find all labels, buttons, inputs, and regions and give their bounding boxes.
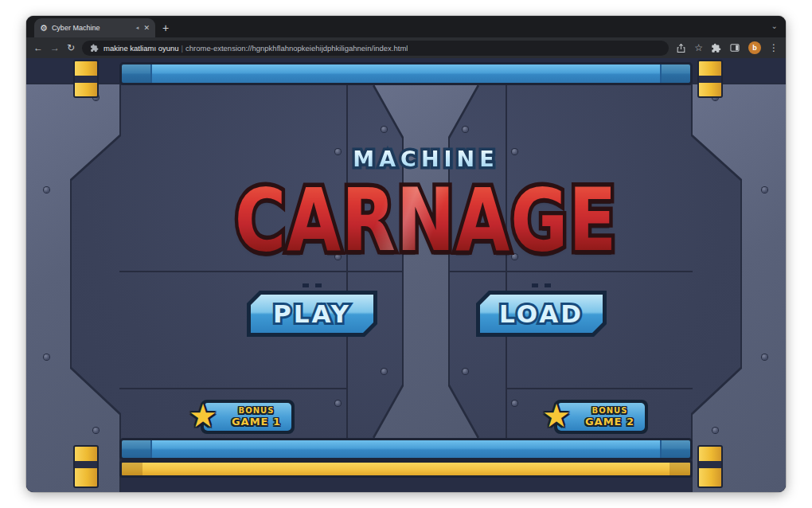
bookmark-star-icon[interactable]: ☆ [694, 43, 703, 53]
screw-icon [463, 369, 468, 374]
button-notch [532, 283, 538, 287]
url-separator: | [179, 44, 185, 53]
screw-icon [93, 428, 99, 433]
game-subtitle-text: MACHINE [353, 148, 498, 170]
gear-favicon-icon: ⚙ [40, 24, 48, 33]
right-frame-plate [693, 84, 786, 492]
metal-frame [26, 58, 786, 492]
extensions-puzzle-icon[interactable] [711, 43, 721, 53]
bonus-1-line2: GAME 1 [232, 416, 281, 428]
browser-window: ⚙ Cyber Machine ◄ ✕ + ⌄ ← → ↻ makine kat… [26, 16, 786, 492]
yellow-piston [697, 445, 723, 488]
game-title-sheen: CARNAGE [235, 178, 618, 264]
tab-strip: ⚙ Cyber Machine ◄ ✕ + ⌄ [26, 16, 786, 37]
panel-seam [119, 388, 346, 389]
side-panel-icon[interactable] [729, 42, 740, 53]
back-icon[interactable]: ← [33, 43, 43, 53]
star-icon: ★ [189, 397, 217, 434]
url-bar[interactable]: makine katliamı oyunu|chrome-extension:/… [82, 41, 669, 56]
screw-icon [512, 401, 517, 406]
screw-icon [712, 428, 718, 433]
tab-title: Cyber Machine [52, 24, 131, 32]
screw-icon [762, 187, 767, 193]
tab-cyber-machine[interactable]: ⚙ Cyber Machine ◄ ✕ [34, 18, 155, 37]
left-frame-plate [26, 84, 119, 492]
share-icon[interactable] [676, 43, 686, 53]
button-notch [315, 283, 322, 287]
new-tab-button[interactable]: + [162, 22, 169, 33]
yellow-piston [697, 60, 723, 98]
star-icon: ★ [542, 397, 571, 434]
game-canvas: MACHINE MACHINE CARNAGE CARNAGE CARNAGE … [26, 58, 786, 492]
yellow-piston [73, 445, 99, 488]
profile-avatar[interactable]: b [748, 41, 761, 54]
url-path: chrome-extension://hgnpkhflahnopkeiehijd… [185, 44, 408, 53]
button-notch [303, 283, 309, 287]
panel-seam [119, 271, 404, 272]
extension-icon [90, 44, 99, 53]
tab-arrow-icon: ◄ [135, 25, 140, 30]
game-subtitle: MACHINE MACHINE [66, 148, 786, 170]
button-notch [545, 283, 551, 287]
bottom-blue-beam [119, 438, 693, 460]
screw-icon [44, 354, 49, 360]
panel-seam [506, 388, 693, 389]
play-button[interactable]: PLAY PLAY [247, 291, 377, 337]
load-button[interactable]: LOAD LOAD [476, 291, 607, 337]
panel-seam [448, 271, 693, 272]
forward-icon[interactable]: → [50, 43, 60, 53]
game-title: CARNAGE CARNAGE CARNAGE [109, 178, 743, 264]
screw-icon [762, 354, 767, 360]
bonus-1-line1: BONUS [239, 406, 275, 415]
bottom-yellow-beam [119, 460, 693, 478]
reload-icon[interactable]: ↻ [67, 43, 75, 53]
bonus-2-line2: GAME 2 [585, 416, 634, 428]
bonus-game-1-button[interactable]: ★ BONUS GAME 1 [201, 400, 295, 434]
url-site-name: makine katliamı oyunu [103, 44, 179, 53]
screw-icon [381, 369, 387, 374]
browser-toolbar: ← → ↻ makine katliamı oyunu|chrome-exten… [26, 37, 786, 58]
menu-kebab-icon[interactable]: ⋮ [769, 43, 779, 53]
bonus-game-2-button[interactable]: ★ BONUS GAME 2 [554, 400, 648, 434]
screw-icon [463, 127, 468, 132]
yellow-piston [73, 60, 99, 98]
tab-close-icon[interactable]: ✕ [143, 24, 150, 32]
toolbar-actions: ☆ b ⋮ [676, 41, 779, 54]
url-text: makine katliamı oyunu|chrome-extension:/… [103, 44, 408, 53]
top-blue-beam [119, 62, 693, 85]
play-label: PLAY [273, 302, 351, 326]
screw-icon [44, 187, 49, 193]
chevron-down-icon[interactable]: ⌄ [771, 21, 778, 30]
screw-icon [381, 127, 387, 132]
load-label: LOAD [499, 302, 584, 326]
screw-icon [335, 401, 341, 406]
bonus-2-line1: BONUS [592, 406, 628, 415]
